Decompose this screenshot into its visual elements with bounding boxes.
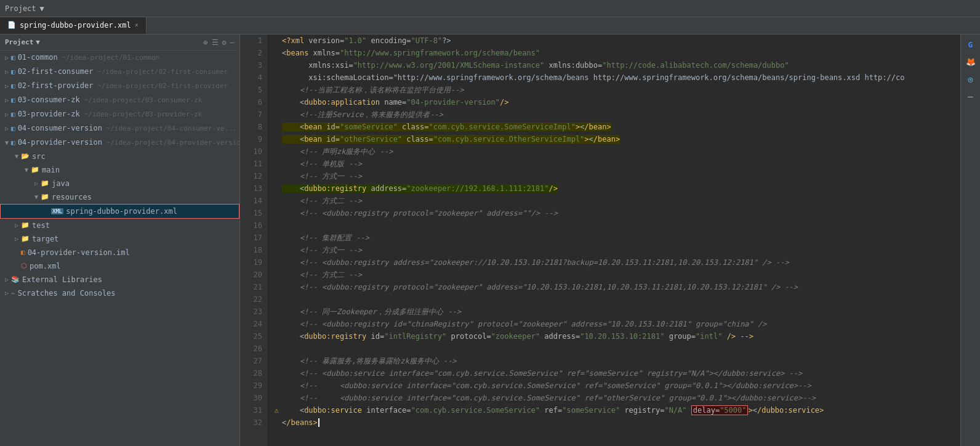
tree-item-02-first-consumer[interactable]: ▷◧02-first-consumer ~/idea-project/02-fi… [0, 65, 239, 79]
tree-arrow[interactable]: ▷ [32, 177, 41, 190]
code-text: <dubbo:service interface="com.cyb.servic… [282, 404, 824, 416]
editor-content[interactable]: 1234567891011121314151617181920212223242… [240, 34, 960, 446]
line-number: 20 [245, 269, 262, 281]
tree-arrow[interactable]: ▷ [12, 233, 21, 245]
tree-label: java [52, 177, 70, 190]
active-tab[interactable]: 📄 spring-dubbo-provider.xml × [0, 17, 147, 34]
tree-arrow[interactable]: ▷ [2, 66, 11, 78]
settings-icon[interactable]: ⚙ [222, 38, 227, 47]
tab-close-icon[interactable]: × [135, 22, 139, 28]
code-area[interactable]: <?xml version="1.0" encoding="UTF-8"?><b… [267, 34, 960, 446]
tree-item-java[interactable]: ▷📁java [0, 177, 239, 190]
tree-item-icon-xml: XML [51, 205, 63, 217]
line-number: 16 [245, 219, 262, 232]
sidebar-title: Project ▼ [5, 38, 40, 46]
code-text: <dubbo:registry address="zookeeper://192… [282, 182, 558, 195]
code-line: <!-- <dubbo:registry protocol="zookeeper… [272, 207, 960, 219]
line-number: 22 [245, 293, 262, 306]
tree-label: 03-consumer-zk ~/idea-project/03-consume… [18, 94, 203, 107]
code-line: <dubbo:registry id="intlRegistry" protoc… [272, 330, 960, 343]
tree-path-hint: ~/idea-project/02-first-consumer [93, 68, 228, 76]
line-number: 14 [245, 195, 262, 207]
tree-item-03-consumer-zk[interactable]: ▷◧03-consumer-zk ~/idea-project/03-consu… [0, 93, 239, 107]
title-bar: Project ▼ [0, 0, 980, 17]
code-line: <!-- <dubbo:registry id="chinaRegistry" … [272, 318, 960, 330]
tree-item-icon-folder: 📁 [21, 233, 30, 245]
code-text: <!-- 暴露服务,将服务暴露给zk服务中心 --> [282, 355, 457, 367]
tree-item-04-consumer-version[interactable]: ▷◧04-consumer-version ~/idea-project/04-… [0, 121, 239, 136]
tree-arrow[interactable]: ▷ [12, 219, 21, 232]
line-number: 24 [245, 318, 262, 330]
tree-arrow[interactable]: ▷ [2, 94, 11, 107]
code-text: <bean id="otherService" class="com.cyb.s… [282, 133, 620, 145]
code-line: ⚠ <dubbo:service interface="com.cyb.serv… [272, 404, 960, 416]
line-number: 21 [245, 281, 262, 293]
tree-arrow[interactable]: ▷ [2, 52, 11, 64]
tree-arrow[interactable]: ▼ [22, 164, 31, 176]
tree-item-main[interactable]: ▼📁main [0, 163, 239, 177]
tree-arrow[interactable]: ▷ [2, 80, 11, 92]
tree-item-pom-xml[interactable]: ⬡pom.xml [0, 259, 239, 273]
tree-arrow[interactable]: ▼ [32, 191, 41, 203]
tree-arrow[interactable]: ▷ [2, 123, 11, 135]
tree-item-target[interactable]: ▷📁target [0, 232, 239, 246]
code-text: <!-- <dubbo:registry address="zookeeper:… [282, 256, 789, 269]
tree-arrow[interactable]: ▷ [2, 274, 11, 286]
safari-icon[interactable]: ◎ [963, 71, 978, 86]
tree-arrow[interactable]: ▷ [2, 287, 11, 299]
tree-item-spring-dubbo-provider-xml[interactable]: XMLspring-dubbo-provider.xml [0, 204, 239, 219]
tree-item-icon-folder: 📁 [41, 177, 49, 190]
line-number: 26 [245, 343, 262, 355]
tree-item-icon-src: 📂 [21, 150, 30, 163]
project-label: Project [5, 4, 36, 13]
tree-path-hint: ~/idea-project/03-consumer-zk [80, 96, 203, 104]
code-line: <!-- 暴露服务,将服务暴露给zk服务中心 --> [272, 355, 960, 367]
line-number: 29 [245, 379, 262, 392]
code-text: <!-- <dubbo:registry protocol="zookeeper… [282, 207, 558, 219]
line-number: 15 [245, 207, 262, 219]
sidebar: Project ▼ ⊕ ☰ ⚙ — ▷◧01-common ~/idea-pro… [0, 34, 240, 446]
tree-item-icon-module: ◧ [11, 108, 15, 121]
tab-xml-icon: 📄 [7, 21, 16, 29]
code-line: <dubbo:registry address="zookeeper://192… [272, 182, 960, 195]
close-toolbar-icon[interactable]: — [963, 89, 978, 103]
line-number: 12 [245, 170, 262, 182]
main-layout: Project ▼ ⊕ ☰ ⚙ — ▷◧01-common ~/idea-pro… [0, 34, 980, 446]
sidebar-title-text: Project [5, 38, 33, 46]
tree-item-03-provider-zk[interactable]: ▷◧03-provider-zk ~/idea-project/03-provi… [0, 107, 239, 121]
tree-item-Scratches-and-Consoles[interactable]: ▷✏Scratches and Consoles [0, 286, 239, 300]
code-text: xsi:schemaLocation="http://www.springfra… [282, 71, 904, 84]
code-line [272, 343, 960, 355]
tree-view: ▷◧01-common ~/idea-project/01-common▷◧02… [0, 51, 239, 300]
collapse-icon[interactable]: ☰ [212, 38, 219, 47]
firefox-icon[interactable]: 🦊 [963, 54, 978, 69]
tree-item-04-provider-version-iml[interactable]: ◧04-provider-version.iml [0, 246, 239, 259]
tab-filename: spring-dubbo-provider.xml [20, 21, 131, 30]
sidebar-chevron[interactable]: ▼ [36, 38, 40, 46]
tree-item-src[interactable]: ▼📂src [0, 150, 239, 163]
line-number: 19 [245, 256, 262, 269]
line-number: 11 [245, 158, 262, 170]
project-chevron[interactable]: ▼ [40, 4, 44, 13]
tree-arrow[interactable]: ▷ [2, 108, 11, 121]
line-number: 9 [245, 133, 262, 145]
tree-arrow[interactable]: ▼ [2, 137, 11, 149]
minimize-icon[interactable]: — [230, 38, 235, 47]
tree-label: main [42, 164, 60, 176]
locate-icon[interactable]: ⊕ [203, 38, 207, 47]
tree-item-01-common[interactable]: ▷◧01-common ~/idea-project/01-common [0, 51, 239, 65]
tree-item-02-first-provider[interactable]: ▷◧02-first-provider ~/idea-project/02-fi… [0, 79, 239, 93]
tree-item-icon-lib: 📚 [11, 274, 20, 286]
tree-item-resources[interactable]: ▼📁resources [0, 190, 239, 204]
tree-arrow[interactable]: ▼ [12, 150, 21, 163]
google-icon[interactable]: G [963, 37, 978, 52]
tree-label: src [32, 150, 46, 163]
tree-item-icon-iml: ◧ [21, 246, 25, 259]
tree-item-test[interactable]: ▷📁test [0, 219, 239, 232]
code-text: xmlns:xsi="http://www.w3.org/2001/XMLSch… [282, 59, 789, 71]
tree-item-External-Libraries[interactable]: ▷📚External Libraries [0, 273, 239, 286]
code-line: <!-- <dubbo:service interface="com.cyb.s… [272, 367, 960, 379]
project-header: Project ▼ [5, 4, 44, 13]
code-line: <!-- <dubbo:registry address="zookeeper:… [272, 256, 960, 269]
tree-item-04-provider-version[interactable]: ▼◧04-provider-version ~/idea-project/04-… [0, 136, 239, 150]
